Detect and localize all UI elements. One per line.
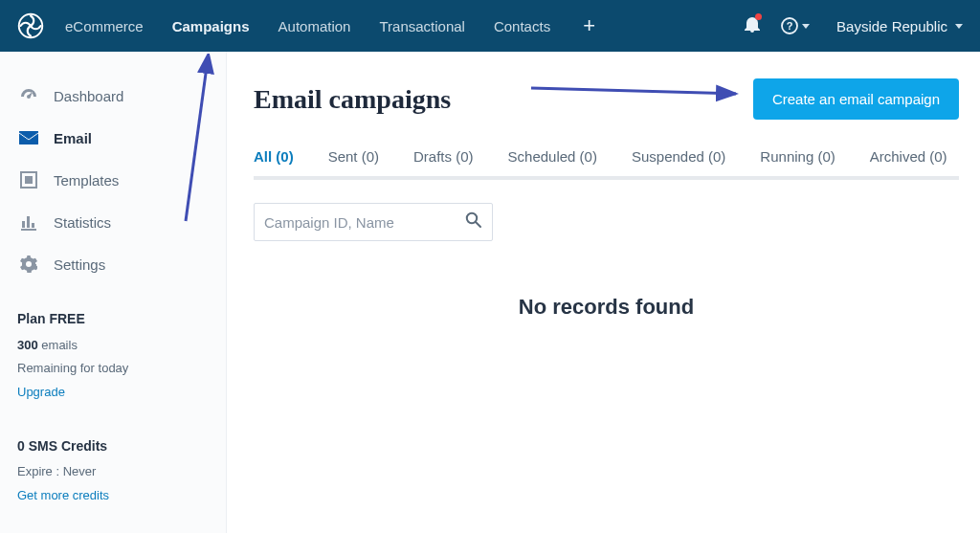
sidebar-item-statistics[interactable]: Statistics — [17, 201, 212, 243]
sidebar: Dashboard Email Templates Statistics Set… — [0, 52, 227, 533]
chevron-down-icon — [955, 24, 963, 29]
sms-expire: Expire : Never — [17, 460, 212, 484]
gauge-icon — [19, 86, 38, 105]
chevron-down-icon — [802, 24, 810, 29]
create-campaign-button[interactable]: Create an email campaign — [753, 78, 959, 120]
top-icons: ? — [745, 15, 810, 36]
sms-box: 0 SMS Credits Expire : Never Get more cr… — [17, 433, 212, 508]
sms-title: 0 SMS Credits — [17, 433, 212, 459]
sidebar-item-label: Templates — [54, 172, 119, 189]
sidebar-item-label: Dashboard — [54, 88, 123, 104]
add-button[interactable]: + — [583, 15, 595, 36]
topnav-automation[interactable]: Automation — [278, 18, 351, 34]
tab-running[interactable]: Running (0) — [760, 148, 835, 180]
notification-badge — [755, 13, 762, 20]
plan-remaining: Remaining for today — [17, 357, 212, 381]
sidebar-item-email[interactable]: Email — [17, 117, 212, 159]
gear-icon — [19, 255, 38, 274]
plan-title: Plan FREE — [17, 306, 212, 332]
svg-text:?: ? — [787, 20, 793, 32]
svg-line-6 — [476, 222, 480, 227]
search-box[interactable] — [254, 203, 493, 241]
tab-sent[interactable]: Sent (0) — [328, 148, 379, 180]
tab-all[interactable]: All (0) — [254, 148, 294, 180]
topnav-contacts[interactable]: Contacts — [494, 18, 550, 34]
get-credits-link[interactable]: Get more credits — [17, 484, 212, 508]
tab-archived[interactable]: Archived (0) — [870, 148, 947, 180]
envelope-icon — [19, 128, 38, 147]
empty-state: No records found — [254, 295, 959, 320]
sidebar-item-settings[interactable]: Settings — [17, 243, 212, 285]
sidebar-item-templates[interactable]: Templates — [17, 159, 212, 201]
upgrade-link[interactable]: Upgrade — [17, 381, 212, 405]
top-nav: eCommerce Campaigns Automation Transacti… — [65, 18, 550, 34]
tab-drafts[interactable]: Drafts (0) — [413, 148, 474, 180]
plan-qty-line: 300 emails — [17, 334, 212, 358]
sidebar-item-label: Statistics — [54, 214, 111, 231]
search-input[interactable] — [264, 214, 465, 231]
topnav-ecommerce[interactable]: eCommerce — [65, 18, 144, 34]
search-icon[interactable] — [465, 211, 482, 233]
top-bar: eCommerce Campaigns Automation Transacti… — [0, 0, 980, 52]
bar-chart-icon — [19, 212, 38, 232]
bell-icon[interactable] — [745, 15, 760, 36]
template-icon — [19, 170, 38, 189]
tab-suspended[interactable]: Suspended (0) — [632, 148, 725, 180]
tab-scheduled[interactable]: Scheduled (0) — [508, 148, 597, 180]
sidebar-item-label: Email — [54, 130, 92, 146]
topnav-campaigns[interactable]: Campaigns — [172, 18, 250, 34]
brand-logo[interactable] — [17, 12, 44, 39]
account-menu[interactable]: Bayside Republic — [836, 18, 963, 34]
account-name: Bayside Republic — [836, 18, 947, 34]
page-title: Email campaigns — [254, 84, 451, 115]
svg-rect-4 — [25, 176, 33, 184]
filter-tabs: All (0) Sent (0) Drafts (0) Scheduled (0… — [254, 148, 959, 180]
help-menu[interactable]: ? — [781, 17, 810, 34]
sidebar-item-dashboard[interactable]: Dashboard — [17, 75, 212, 117]
sidebar-item-label: Settings — [54, 256, 105, 273]
topnav-transactional[interactable]: Transactional — [379, 18, 465, 34]
plan-box: Plan FREE 300 emails Remaining for today… — [17, 306, 212, 405]
main-content: Email campaigns Create an email campaign… — [227, 52, 980, 533]
